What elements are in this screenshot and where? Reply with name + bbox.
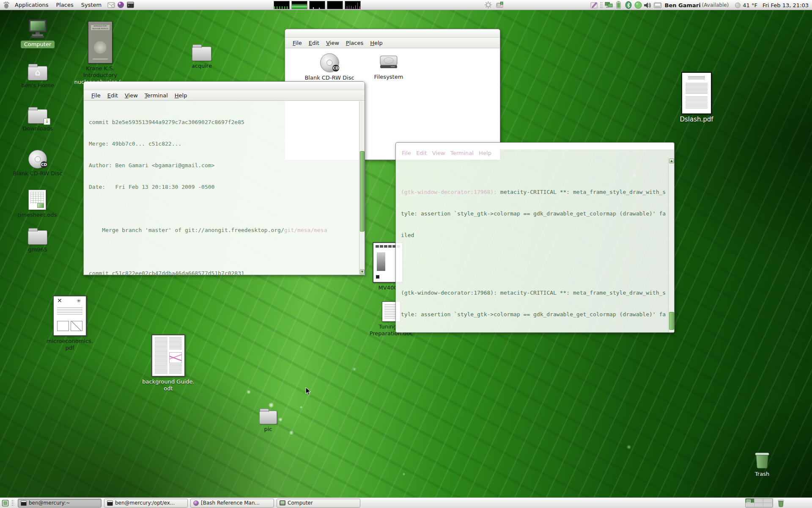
fm-item-filesystem[interactable]: Filesystem (363, 53, 414, 80)
terminal1-titlebar[interactable] (84, 82, 365, 90)
terminal1-menu-file[interactable]: File (88, 91, 104, 99)
book-thumbnail: INTRODUCTORY NUCLEAR PHYSICS (88, 21, 112, 64)
workspace-1[interactable] (746, 499, 754, 503)
workspace-6[interactable] (763, 503, 772, 507)
workspace-4[interactable] (746, 503, 754, 507)
terminal1-menu-terminal[interactable]: Terminal (141, 91, 171, 99)
gnome-foot-icon[interactable] (2, 1, 10, 9)
desktop-icon-krane-book[interactable]: INTRODUCTORY NUCLEAR PHYSICS Krane K.S. … (73, 21, 128, 86)
network-monitor-applet[interactable] (309, 1, 325, 9)
task-label: Computer (288, 500, 313, 506)
trash-applet-icon[interactable] (777, 499, 785, 507)
terminal1-menu-edit[interactable]: Edit (104, 91, 121, 99)
terminal-icon (107, 500, 113, 506)
bluetooth-tray-icon[interactable] (624, 1, 632, 9)
desktop-icon-trash[interactable]: Trash (735, 450, 790, 478)
desktop-icon-pic[interactable]: pic (241, 411, 296, 433)
terminal-line: commit b2e5e593513944a9279c7ac3069027c86… (89, 119, 357, 126)
terminal-launcher-icon[interactable] (126, 1, 134, 9)
task-label: ben@mercury:~ (29, 500, 70, 506)
menu-system[interactable]: System (77, 0, 105, 10)
desktop-icon-label: Dslash.pdf (680, 116, 713, 123)
task-button-computer[interactable]: Computer (277, 499, 360, 508)
desktop-icon-acquire[interactable]: acquire (174, 47, 229, 69)
pda-sync-applet-icon[interactable]: 2 (496, 1, 504, 9)
memory-graph (292, 4, 307, 9)
file-manager-titlebar[interactable] (285, 29, 500, 38)
pdf-thumbnail (681, 72, 712, 114)
presence-status-icon[interactable] (634, 1, 642, 9)
desktop-icon-label: microeconomics. pdf (47, 338, 93, 351)
desktop-icon-gm965[interactable]: gm965 (10, 230, 65, 253)
browser-icon (193, 500, 199, 506)
volume-tray-icon[interactable] (644, 1, 652, 9)
terminal2-scroll-thumb[interactable] (669, 312, 674, 330)
cpu-graph (274, 6, 289, 9)
browser-launcher-icon[interactable] (117, 1, 125, 9)
battery-tray-icon[interactable] (614, 1, 623, 9)
fm-menu-help[interactable]: Help (367, 39, 386, 47)
memory-monitor-applet[interactable] (291, 1, 307, 9)
fm-item-blank-cd[interactable]: CD Blank CD-RW Disc (298, 53, 361, 81)
net-spike (319, 8, 320, 9)
terminal-window-errors: File Edit View Terminal Help (gtk-window… (395, 142, 675, 333)
desktop-icon-downloads[interactable]: ↓ Downloads (10, 109, 65, 132)
terminal-line: Author: Ben Gamari <bgamari@gmail.com> (89, 162, 357, 169)
scroll-up-button[interactable]: ▲ (669, 158, 674, 163)
scroll-down-button[interactable]: ▼ (360, 269, 365, 274)
swap-monitor-applet[interactable] (327, 1, 343, 9)
error-block: (gtk-window-decorator:17968): metacity-C… (401, 174, 667, 253)
task-button-bash-reference[interactable]: [Bash Reference Man... (190, 499, 274, 508)
downloads-folder-icon: ↓ (28, 109, 47, 124)
terminal2-titlebar[interactable] (396, 143, 674, 149)
fm-menu-view[interactable]: View (323, 39, 343, 47)
terminal2-content[interactable]: (gtk-window-decorator:17968): metacity-C… (396, 159, 668, 332)
disk-monitor-applet[interactable] (345, 1, 361, 9)
network-tray-icon[interactable] (605, 1, 613, 9)
tray-separator (600, 1, 603, 9)
mail-launcher-icon[interactable] (107, 1, 115, 9)
terminal-window-git-log: File Edit View Terminal Help commit b2e5… (83, 81, 365, 275)
fm-menu-file[interactable]: File (289, 39, 305, 47)
terminal1-content[interactable]: commit b2e5e593513944a9279c7ac3069027c86… (84, 101, 359, 275)
pdf-thumbnail: ✕ ✳ (53, 295, 87, 336)
task-button-terminal-opt[interactable]: ben@mercury:/opt/ex... (104, 499, 188, 508)
tomboy-note-icon[interactable] (590, 1, 598, 9)
panel-right-cluster: Ben Gamari (Available) 41 °F Fri Feb 13,… (589, 0, 810, 10)
desktop-icon-timesheet[interactable]: timesheet.ods (10, 190, 65, 218)
desktop-icon-bens-home[interactable]: ⌂ ben's Home (10, 66, 65, 89)
terminal1-menu-help[interactable]: Help (171, 91, 191, 99)
fm-menu-places[interactable]: Places (343, 39, 367, 47)
panel-clock[interactable]: Fri Feb 13, 21:03 (763, 2, 809, 8)
brightness-applet-icon[interactable] (484, 1, 492, 9)
desktop-icon-background-guide[interactable]: background Guide. odt (141, 334, 196, 392)
desktop-icon-microeconomics[interactable]: ✕ ✳ microeconomics. pdf (42, 295, 97, 351)
home-folder-icon: ⌂ (28, 66, 47, 80)
fm-menu-edit[interactable]: Edit (305, 39, 323, 47)
show-desktop-button[interactable] (1, 499, 9, 507)
terminal-line: Merge branch 'master' of git://anongit.f… (89, 226, 357, 234)
desktop-icon-dslash[interactable]: Dslash.pdf (669, 72, 724, 123)
desktop-icon-label: timesheet.ods (18, 212, 57, 218)
workspace-5[interactable] (754, 503, 763, 507)
menu-places[interactable]: Places (52, 0, 77, 10)
menu-applications[interactable]: Applications (11, 0, 52, 10)
task-button-terminal-home[interactable]: ben@mercury:~ (18, 499, 102, 508)
workspace-3[interactable] (763, 499, 772, 503)
taskbar-separator (11, 499, 14, 507)
task-label: ben@mercury:/opt/ex... (115, 500, 175, 506)
keyboard-indicator-icon[interactable] (653, 1, 661, 9)
desktop-icon-label: ben's Home (21, 82, 54, 89)
workspace-2[interactable] (754, 499, 763, 503)
terminal1-scroll-thumb[interactable] (360, 151, 365, 232)
workspace-switcher[interactable] (745, 498, 773, 508)
desktop-icon-computer[interactable]: Computer (10, 19, 65, 48)
terminal1-scrollbar[interactable]: ▼ (359, 101, 365, 275)
panel-user-name[interactable]: Ben Gamari (664, 2, 700, 8)
desktop-icon-blank-cd[interactable]: CD Blank CD-RW Disc (10, 150, 65, 177)
panel-temperature[interactable]: 41 °F (743, 2, 757, 8)
terminal2-scrollbar[interactable]: ▲ (668, 158, 674, 332)
cpu-monitor-applet[interactable] (274, 1, 290, 9)
desktop-icon-label: pic (264, 426, 272, 433)
terminal1-menu-view[interactable]: View (121, 91, 141, 99)
